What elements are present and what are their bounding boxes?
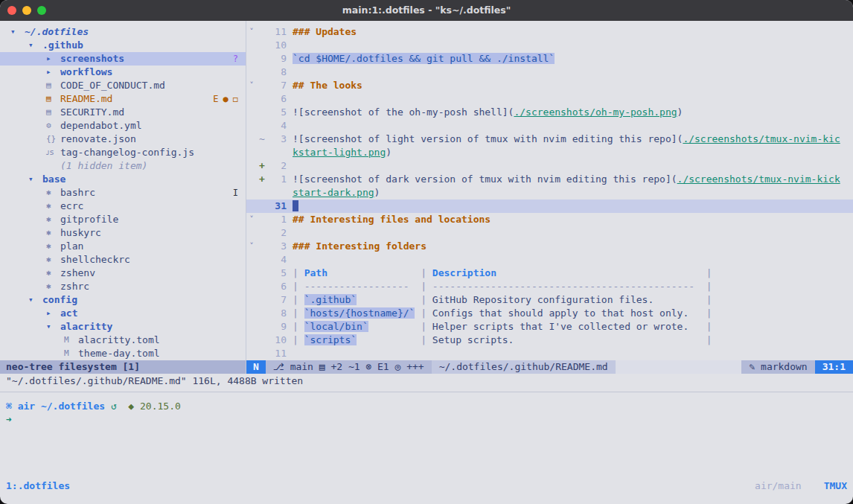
fold-column <box>246 146 257 159</box>
sign-column <box>257 320 267 334</box>
tree-item-security-md[interactable]: ▤SECURITY.md <box>0 106 246 119</box>
fold-chevron-icon[interactable]: ˅ <box>246 25 257 39</box>
shell-file-icon: ✱ <box>46 200 60 213</box>
editor-line-6[interactable]: 6 <box>246 92 853 106</box>
line-number: 6 <box>267 280 287 293</box>
tree-item-plan[interactable]: ✱plan <box>0 240 246 253</box>
shell-file-icon: ✱ <box>46 253 60 267</box>
editor-line-19[interactable]: 5| Path | Description | <box>246 267 853 280</box>
editor-line-16[interactable]: 2 <box>246 226 853 240</box>
editor-line-22[interactable]: 8| `hosts/{hostname}/` | Configs that sh… <box>246 307 853 320</box>
tree-item-huskyrc[interactable]: ✱huskyrc <box>0 226 246 240</box>
tree-item-theme-day-toml[interactable]: Mtheme-day.toml <box>0 347 246 360</box>
tree-item-zshenv[interactable]: ✱zshenv <box>0 267 246 280</box>
editor-line-13[interactable]: start-dark.png) <box>246 186 853 200</box>
fold-column <box>246 186 257 200</box>
tree-item-code-of-conduct-md[interactable]: ▤CODE_OF_CONDUCT.md <box>0 79 246 92</box>
sign-column <box>257 226 267 240</box>
tree-item-alacritty-toml[interactable]: Malacritty.toml <box>0 334 246 347</box>
editor-line-5[interactable]: ˅7## The looks <box>246 79 853 92</box>
editor-line-9[interactable]: ~3![screenshot of light version of tmux … <box>246 133 853 146</box>
line-number: 31 <box>267 200 287 213</box>
fold-chevron-icon[interactable]: ˅ <box>246 213 257 226</box>
zoom-button[interactable] <box>37 6 46 15</box>
editor-line-17[interactable]: ˅3### Interesting folders <box>246 240 853 253</box>
editor-line-23[interactable]: 9| `local/bin` | Helper scripts that I'v… <box>246 320 853 334</box>
tree-item-label: shellcheckrc <box>60 253 130 267</box>
tree-item-label: alacritty.toml <box>78 334 160 347</box>
tree-item-act[interactable]: ▸act <box>0 307 246 320</box>
tree-item-config[interactable]: ▾config <box>0 293 246 307</box>
line-number: 5 <box>267 106 287 119</box>
sign-column <box>257 52 267 66</box>
editor-line-2[interactable]: 10 <box>246 39 853 52</box>
line-content <box>293 253 853 267</box>
editor-line-20[interactable]: 6| ------------------ | ----------------… <box>246 280 853 293</box>
line-number: 5 <box>267 267 287 280</box>
fold-chevron-icon[interactable]: ˅ <box>246 240 257 253</box>
tree-item-dependabot-yml[interactable]: ⚙dependabot.yml <box>0 119 246 133</box>
tree-item-base[interactable]: ▾base <box>0 173 246 186</box>
editor-line-7[interactable]: 5![screenshot of the oh-my-posh shell](.… <box>246 106 853 119</box>
tree-item-label: tag-changelog-config.js <box>60 146 194 159</box>
tree-item-gitprofile[interactable]: ✱gitprofile <box>0 213 246 226</box>
line-content: ### Interesting folders <box>293 240 853 253</box>
sign-column <box>257 347 267 360</box>
tree-item-ecrc[interactable]: ✱ecrc <box>0 200 246 213</box>
sign-column <box>257 307 267 320</box>
editor-line-8[interactable]: 4 <box>246 119 853 133</box>
fold-chevron-icon[interactable]: ˅ <box>246 79 257 92</box>
tree-item-workflows[interactable]: ▸workflows <box>0 66 246 79</box>
fold-column <box>246 253 257 267</box>
line-content: ### Updates <box>293 25 853 39</box>
tree-item-label: SECURITY.md <box>60 106 124 119</box>
tree-item-github[interactable]: ▾.github <box>0 39 246 52</box>
tmux-label: TMUX <box>824 479 847 493</box>
tree-item-screenshots[interactable]: ▸screenshots? <box>0 52 246 66</box>
shell-pane[interactable]: ⌘ air ~/.dotfiles ↺ ◆ 20.15.0 ➜ <box>0 392 853 479</box>
tree-item-bashrc[interactable]: ✱bashrcI <box>0 186 246 200</box>
tree-item-badges: ? <box>233 52 246 66</box>
editor-line-25[interactable]: 11 <box>246 347 853 360</box>
tree-item-dotfiles[interactable]: ▾~/.dotfiles <box>0 25 246 39</box>
editor-line-24[interactable]: 10| `scripts` | Setup scripts. | <box>246 334 853 347</box>
tree-item-label: ~/.dotfiles <box>25 25 89 39</box>
line-content <box>293 92 853 106</box>
tree-item-label: .github <box>42 39 83 52</box>
tree-item-1-hidden-item[interactable]: (1 hidden item) <box>0 159 246 173</box>
editor-line-10[interactable]: kstart-light.png) <box>246 146 853 159</box>
editor-line-11[interactable]: +2 <box>246 159 853 173</box>
editor-line-21[interactable]: 7| `.github` | GitHub Repository configu… <box>246 293 853 307</box>
tree-item-alacritty[interactable]: ▾alacritty <box>0 320 246 334</box>
tmux-window-name[interactable]: 1:.dotfiles <box>6 479 70 493</box>
fold-column <box>246 39 257 52</box>
editor-line-15[interactable]: ˅1## Interesting files and locations <box>246 213 853 226</box>
cmdline-message: "~/.dotfiles/.github/README.md" 116L, 44… <box>0 374 853 389</box>
line-content <box>293 66 853 79</box>
close-button[interactable] <box>7 6 16 15</box>
editor-line-4[interactable]: 8 <box>246 66 853 79</box>
editor-line-18[interactable]: 4 <box>246 253 853 267</box>
line-content: ## The looks <box>293 79 853 92</box>
editor-line-1[interactable]: ˅11### Updates <box>246 25 853 39</box>
tree-item-tag-changelog-config-js[interactable]: ᴊstag-changelog-config.js <box>0 146 246 159</box>
tree-item-shellcheckrc[interactable]: ✱shellcheckrc <box>0 253 246 267</box>
tree-item-renovate-json[interactable]: {}renovate.json <box>0 133 246 146</box>
editor-line-14[interactable]: 31 <box>246 200 853 213</box>
fold-column <box>246 320 257 334</box>
tree-item-label: ecrc <box>60 200 83 213</box>
line-content <box>293 159 853 173</box>
tree-item-label: zshrc <box>60 280 89 293</box>
line-content: kstart-light.png) <box>293 146 853 159</box>
neo-tree-panel[interactable]: ▾~/.dotfiles▾.github▸screenshots?▸workfl… <box>0 21 246 374</box>
tree-item-label: (1 hidden item) <box>60 159 147 173</box>
editor-line-3[interactable]: 9`cd $HOME/.dotfiles && git pull && ./in… <box>246 52 853 66</box>
line-number: 7 <box>267 79 287 92</box>
editor-line-12[interactable]: +1![screenshot of dark version of tmux w… <box>246 173 853 186</box>
minimize-button[interactable] <box>22 6 31 15</box>
json-file-icon: {} <box>46 133 60 146</box>
tree-item-readme-md[interactable]: ▤README.mdE●◻ <box>0 92 246 106</box>
window-title: main:1:.dotfiles - "ks~/.dotfiles" <box>0 0 853 21</box>
editor-pane[interactable]: ˅11### Updates109`cd $HOME/.dotfiles && … <box>246 21 853 374</box>
tree-item-zshrc[interactable]: ✱zshrc <box>0 280 246 293</box>
